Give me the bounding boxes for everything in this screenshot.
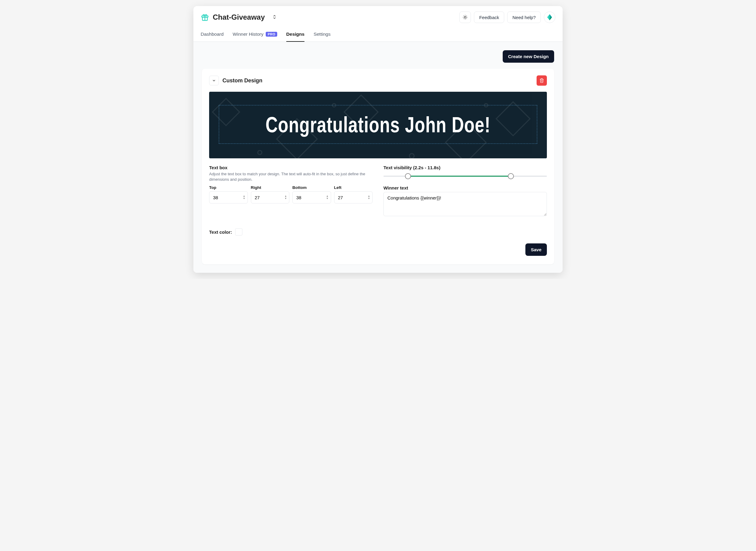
- top-actions: Create new Design: [202, 50, 554, 63]
- slider-fill: [408, 175, 511, 177]
- svg-line-6: [464, 16, 464, 16]
- svg-line-10: [464, 18, 464, 19]
- textbox-column: Text box Adjust the text box to match yo…: [209, 165, 373, 217]
- top-input[interactable]: [209, 191, 248, 203]
- winner-text-input[interactable]: [383, 192, 547, 216]
- tab-label: Winner History: [233, 31, 264, 37]
- svg-marker-13: [550, 14, 552, 18]
- text-color-picker[interactable]: [235, 228, 242, 235]
- svg-line-7: [467, 18, 467, 19]
- chevron-down-icon: [212, 78, 216, 83]
- avatar-gem-icon: [547, 14, 553, 21]
- top-stepper[interactable]: ▲▼: [243, 195, 246, 200]
- help-button[interactable]: Need help?: [507, 11, 541, 23]
- visibility-slider[interactable]: [383, 173, 547, 179]
- slider-handle-start[interactable]: [405, 173, 411, 179]
- preview-text: Congratulations John Doe!: [265, 112, 491, 137]
- svg-point-3: [464, 16, 466, 18]
- titlebar-left: Chat-Giveaway: [201, 13, 278, 21]
- right-stepper[interactable]: ▲▼: [284, 195, 288, 200]
- visibility-column: Text visibility (2.2s - 11.8s) Winner te…: [383, 165, 547, 217]
- tab-winner-history[interactable]: Winner History PRO: [233, 28, 277, 42]
- visibility-label: Text visibility (2.2s - 11.8s): [383, 165, 547, 170]
- textbox-description: Adjust the text box to match your design…: [209, 171, 373, 182]
- feedback-button[interactable]: Feedback: [474, 11, 504, 23]
- right-input[interactable]: [251, 191, 290, 203]
- avatar[interactable]: [544, 11, 555, 23]
- save-row: Save: [209, 243, 547, 256]
- bottom-stepper[interactable]: ▲▼: [326, 195, 329, 200]
- left-label: Left: [334, 185, 373, 190]
- card-title: Custom Design: [222, 77, 262, 84]
- sun-icon: [462, 15, 468, 20]
- text-color-label: Text color:: [209, 229, 232, 234]
- left-stepper[interactable]: ▲▼: [368, 195, 371, 200]
- bottom-label: Bottom: [292, 185, 331, 190]
- right-label: Right: [251, 185, 290, 190]
- winner-text-label: Winner text: [383, 185, 547, 190]
- dimension-grid: Top ▲▼ Right ▲▼: [209, 185, 373, 203]
- slider-handle-end[interactable]: [508, 173, 514, 179]
- gift-icon: [201, 13, 209, 21]
- svg-point-15: [258, 150, 262, 154]
- svg-point-17: [409, 153, 414, 158]
- delete-button[interactable]: [537, 75, 547, 86]
- content-area: Create new Design Custom Design: [193, 42, 563, 273]
- design-preview: Congratulations John Doe!: [209, 92, 547, 158]
- titlebar-right: Feedback Need help?: [459, 11, 555, 23]
- textbox-heading: Text box: [209, 165, 373, 170]
- form-row: Text box Adjust the text box to match yo…: [209, 165, 547, 217]
- app-selector-button[interactable]: [271, 13, 278, 21]
- preview-text-box[interactable]: Congratulations John Doe!: [219, 105, 537, 144]
- tab-label: Settings: [314, 31, 330, 37]
- tab-label: Designs: [286, 31, 304, 37]
- card-header: Custom Design: [209, 75, 547, 86]
- design-card: Custom Design: [202, 69, 554, 264]
- tab-dashboard[interactable]: Dashboard: [201, 28, 224, 42]
- create-design-button[interactable]: Create new Design: [503, 50, 554, 63]
- tab-designs[interactable]: Designs: [286, 28, 304, 42]
- app-window: Chat-Giveaway Feedback Need help?: [193, 6, 563, 273]
- svg-line-11: [467, 16, 467, 16]
- top-label: Top: [209, 185, 248, 190]
- tab-settings[interactable]: Settings: [314, 28, 330, 42]
- pro-badge: PRO: [266, 32, 277, 37]
- text-color-row: Text color:: [209, 228, 547, 235]
- trash-icon: [539, 78, 544, 83]
- tab-label: Dashboard: [201, 31, 224, 37]
- save-button[interactable]: Save: [525, 243, 547, 256]
- chevrons-up-down-icon: [272, 15, 277, 19]
- titlebar: Chat-Giveaway Feedback Need help?: [193, 6, 563, 23]
- collapse-button[interactable]: [209, 76, 219, 85]
- app-title: Chat-Giveaway: [213, 13, 265, 21]
- nav-tabs: Dashboard Winner History PRO Designs Set…: [193, 28, 563, 42]
- bottom-input[interactable]: [292, 191, 331, 203]
- left-input[interactable]: [334, 191, 373, 203]
- theme-toggle-button[interactable]: [459, 11, 471, 23]
